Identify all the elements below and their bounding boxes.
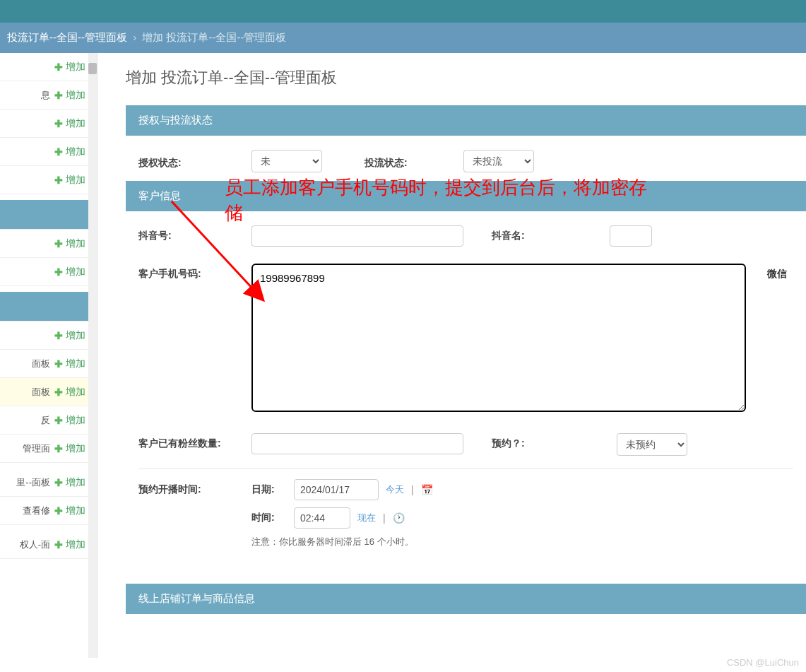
fans-label: 客户已有粉丝数量: [138, 433, 251, 450]
sidebar-item-label: 里--面板 [16, 476, 50, 489]
plus-icon: ✚ [54, 539, 63, 550]
sidebar-spacer [0, 525, 97, 531]
date-label: 日期: [251, 483, 287, 496]
plus-icon: ✚ [54, 415, 63, 426]
add-text: 增加 [66, 117, 85, 130]
add-text: 增加 [66, 538, 85, 551]
plus-icon: ✚ [54, 266, 63, 278]
douyin-name-input[interactable] [610, 225, 652, 247]
sidebar-add-link[interactable]: ✚增加 [54, 174, 85, 187]
sidebar-item[interactable]: ✚增加 [0, 53, 97, 81]
auth-status-label: 授权状态: [138, 153, 251, 170]
add-text: 增加 [66, 386, 85, 399]
time-input[interactable] [294, 507, 350, 529]
broadcast-time-label: 预约开播时间: [138, 479, 251, 496]
add-text: 增加 [66, 61, 85, 73]
sidebar-item-label: 面板 [32, 386, 50, 399]
sidebar-item[interactable]: 权人-面✚增加 [0, 531, 97, 559]
plus-icon: ✚ [54, 90, 63, 101]
reserve-label: 预约？: [492, 433, 525, 450]
sidebar-add-link[interactable]: ✚增加 [54, 329, 85, 342]
sidebar-item[interactable]: 反✚增加 [0, 406, 97, 435]
auth-status-select[interactable]: 未 [251, 150, 322, 172]
add-text: 增加 [66, 237, 85, 250]
sidebar-item-label: 息 [41, 89, 50, 102]
sidebar-add-link[interactable]: ✚增加 [54, 505, 85, 517]
sidebar: ▴ ✚增加息✚增加✚增加✚增加✚增加✚增加✚增加✚增加面板✚增加面板✚增加反✚增… [0, 53, 97, 658]
sidebar-item[interactable]: ✚增加 [0, 166, 97, 194]
page-title: 增加 投流订单--全国--管理面板 [126, 67, 806, 88]
sidebar-item[interactable]: 面板✚增加 [0, 350, 97, 378]
sidebar-add-link[interactable]: ✚增加 [54, 61, 85, 73]
plus-icon: ✚ [54, 477, 63, 488]
sidebar-add-link[interactable]: ✚增加 [54, 89, 85, 102]
clock-icon[interactable]: 🕐 [393, 512, 405, 524]
sidebar-add-link[interactable]: ✚增加 [54, 266, 85, 278]
scroll-track[interactable] [88, 53, 97, 658]
plus-icon: ✚ [54, 118, 63, 129]
douyin-name-label: 抖音名: [492, 225, 525, 242]
sidebar-add-link[interactable]: ✚增加 [54, 414, 85, 427]
sidebar-item[interactable]: 面板✚增加 [0, 378, 97, 406]
plus-icon: ✚ [54, 61, 63, 73]
section-auth-header: 授权与投流状态 [126, 105, 806, 136]
sidebar-add-link[interactable]: ✚增加 [54, 237, 85, 250]
sidebar-add-link[interactable]: ✚增加 [54, 538, 85, 551]
add-text: 增加 [66, 146, 85, 158]
reserve-select[interactable]: 未预约 [617, 433, 687, 456]
sidebar-item-label: 权人-面 [20, 538, 50, 551]
sidebar-item[interactable]: ✚增加 [0, 322, 97, 350]
calendar-icon[interactable]: 📅 [421, 484, 433, 495]
flow-status-label: 投流状态: [365, 153, 463, 170]
sidebar-spacer [0, 194, 97, 200]
sidebar-item[interactable]: 查看修✚增加 [0, 497, 97, 525]
section-customer-header: 客户信息 [126, 181, 806, 211]
sidebar-spacer [0, 463, 97, 468]
watermark: CSDN @LuiChun [727, 657, 799, 658]
separator [138, 468, 793, 469]
sidebar-item-label: 反 [41, 414, 50, 427]
sidebar-item[interactable]: 息✚增加 [0, 81, 97, 110]
add-text: 增加 [66, 89, 85, 102]
sidebar-item[interactable]: ✚增加 [0, 258, 97, 286]
today-link[interactable]: 今天 [386, 483, 404, 496]
plus-icon: ✚ [54, 330, 63, 341]
fans-input[interactable] [251, 433, 463, 454]
sidebar-item[interactable]: ✚增加 [0, 230, 97, 258]
time-label: 时间: [251, 512, 287, 524]
add-text: 增加 [66, 329, 85, 342]
sidebar-add-link[interactable]: ✚增加 [54, 442, 85, 455]
sidebar-add-link[interactable]: ✚增加 [54, 117, 85, 130]
sidebar-item[interactable]: 里--面板✚增加 [0, 468, 97, 497]
add-text: 增加 [66, 266, 85, 278]
sidebar-add-link[interactable]: ✚增加 [54, 146, 85, 158]
douyin-no-input[interactable] [251, 225, 463, 247]
sidebar-item[interactable]: ✚增加 [0, 110, 97, 138]
date-input[interactable] [294, 479, 379, 500]
add-text: 增加 [66, 358, 85, 370]
breadcrumb-current: 增加 投流订单--全国--管理面板 [142, 31, 286, 43]
sidebar-item-label: 查看修 [23, 505, 50, 517]
plus-icon: ✚ [54, 175, 63, 186]
phone-textarea[interactable] [251, 264, 746, 412]
flow-status-select[interactable]: 未投流 [463, 150, 534, 172]
wechat-label: 微信 [767, 264, 787, 281]
sidebar-item[interactable]: 管理面✚增加 [0, 435, 97, 463]
plus-icon: ✚ [54, 505, 63, 517]
pipe-sep: | [411, 484, 414, 495]
breadcrumb-sep: › [133, 31, 136, 43]
main-content: 增加 投流订单--全国--管理面板 授权与投流状态 授权状态: 未 投流状态: … [97, 53, 806, 658]
plus-icon: ✚ [54, 358, 63, 370]
sidebar-add-link[interactable]: ✚增加 [54, 476, 85, 489]
sidebar-item-label: 面板 [32, 358, 50, 370]
sidebar-item-label: 管理面 [23, 442, 50, 455]
sidebar-item[interactable]: ✚增加 [0, 138, 97, 166]
top-band [0, 0, 806, 23]
sidebar-add-link[interactable]: ✚增加 [54, 386, 85, 399]
sidebar-add-link[interactable]: ✚增加 [54, 358, 85, 370]
timezone-note: 注意：你比服务器时间滞后 16 个小时。 [251, 536, 433, 548]
plus-icon: ✚ [54, 443, 63, 454]
scroll-thumb[interactable] [88, 63, 97, 74]
now-link[interactable]: 现在 [357, 512, 376, 524]
breadcrumb-main[interactable]: 投流订单--全国--管理面板 [7, 31, 127, 43]
